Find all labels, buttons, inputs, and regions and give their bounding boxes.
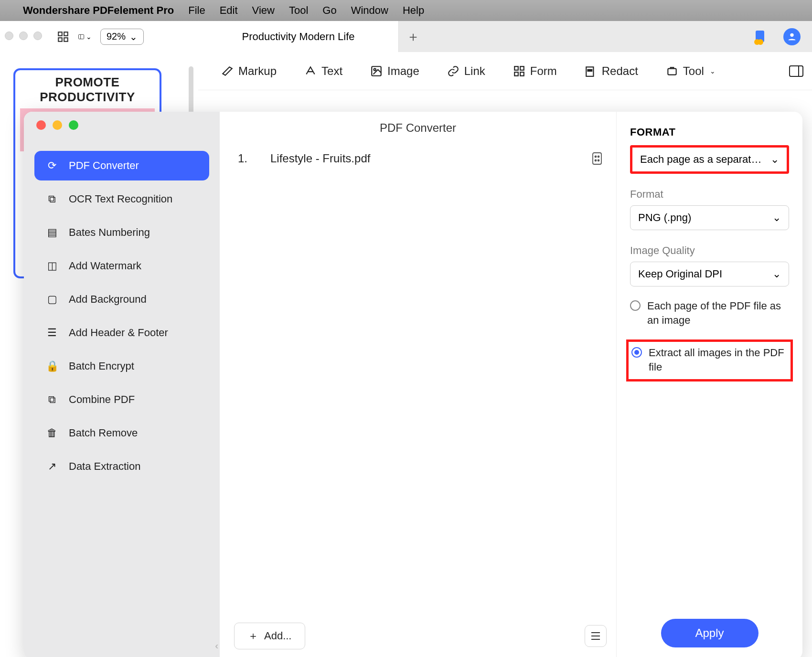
radio-extract-images[interactable]: Extract all images in the PDF file xyxy=(626,339,793,381)
chevron-down-icon: ⌄ xyxy=(770,153,779,166)
svg-rect-0 xyxy=(58,32,62,36)
svg-rect-13 xyxy=(520,66,524,70)
list-options-button[interactable] xyxy=(585,625,607,647)
format-heading: FORMAT xyxy=(630,126,789,138)
svg-rect-25 xyxy=(593,153,601,164)
account-avatar[interactable] xyxy=(783,28,801,45)
svg-point-29 xyxy=(598,160,599,161)
format-label: Format xyxy=(630,188,789,201)
sidebar-item-background[interactable]: ▢Add Background xyxy=(34,285,209,314)
menu-file[interactable]: File xyxy=(188,4,205,17)
svg-point-28 xyxy=(595,160,597,161)
sidebar-item-watermark[interactable]: ◫Add Watermark xyxy=(34,251,209,281)
app-name[interactable]: Wondershare PDFelement Pro xyxy=(23,4,174,17)
radio-each-page[interactable]: Each page of the PDF file as an image xyxy=(630,299,789,327)
menu-tool[interactable]: Tool xyxy=(289,4,308,17)
radio-icon xyxy=(630,300,641,311)
zoom-select[interactable]: 92% ⌄ xyxy=(100,29,144,45)
chevron-down-icon: ⌄ xyxy=(129,31,138,42)
grid-view-icon[interactable] xyxy=(56,30,70,43)
pdf-converter-dialog: ⟳PDF Converter ⧉OCR Text Recognition ▤Ba… xyxy=(24,112,802,657)
sidebar-item-ocr[interactable]: ⧉OCR Text Recognition xyxy=(34,184,209,214)
apply-button[interactable]: Apply xyxy=(661,619,758,647)
sidebar-item-combine[interactable]: ⧉Combine PDF xyxy=(34,385,209,414)
header-footer-icon: ☰ xyxy=(46,327,58,339)
svg-rect-19 xyxy=(790,66,803,76)
close-icon[interactable] xyxy=(36,120,46,130)
svg-rect-1 xyxy=(64,32,68,36)
menu-edit[interactable]: Edit xyxy=(220,4,238,17)
dialog-sidebar: ⟳PDF Converter ⧉OCR Text Recognition ▤Ba… xyxy=(24,112,220,657)
document-tabs: Productivity Modern Life ＋ xyxy=(198,21,812,52)
ribbon-form[interactable]: Form xyxy=(513,64,557,78)
sidebar-item-header-footer[interactable]: ☰Add Header & Footer xyxy=(34,318,209,348)
panel-toggle-icon[interactable] xyxy=(789,65,803,77)
sidebar-item-encrypt[interactable]: 🔒Batch Encrypt xyxy=(34,351,209,381)
file-index: 1. xyxy=(233,152,247,165)
ribbon-tool[interactable]: Tool⌄ xyxy=(666,64,716,78)
bates-icon: ▤ xyxy=(46,226,58,239)
menu-window[interactable]: Window xyxy=(351,4,388,17)
background-icon: ▢ xyxy=(46,293,58,306)
zoom-icon[interactable] xyxy=(69,120,78,130)
svg-point-8 xyxy=(758,39,763,45)
file-row[interactable]: 1. Lifestyle - Fruits.pdf xyxy=(233,152,603,165)
dialog-bottom-bar: ＋Add... xyxy=(234,623,607,649)
refresh-icon: ⟳ xyxy=(46,159,58,172)
svg-rect-4 xyxy=(78,34,84,39)
radio-checked-icon xyxy=(631,347,642,358)
menu-view[interactable]: View xyxy=(252,4,275,17)
file-name: Lifestyle - Fruits.pdf xyxy=(270,152,370,165)
lock-icon: 🔒 xyxy=(46,360,58,372)
svg-rect-3 xyxy=(64,38,68,42)
sidebar-collapse-icon[interactable]: ‹‹ xyxy=(215,640,215,651)
ribbon-markup[interactable]: Markup xyxy=(221,64,277,78)
format-select[interactable]: PNG (.png) ⌄ xyxy=(630,205,789,230)
sidebar-item-batch-remove[interactable]: 🗑Batch Remove xyxy=(34,418,209,448)
ribbon-redact[interactable]: Redact xyxy=(585,64,638,78)
minimize-icon[interactable] xyxy=(53,120,62,130)
tab-active[interactable]: Productivity Modern Life xyxy=(198,21,399,52)
plus-icon: ＋ xyxy=(248,629,258,643)
menu-help[interactable]: Help xyxy=(403,4,424,17)
chevron-down-icon: ⌄ xyxy=(772,212,781,224)
quality-select[interactable]: Keep Original DPI ⌄ xyxy=(630,262,789,286)
svg-rect-15 xyxy=(520,72,524,76)
svg-rect-2 xyxy=(58,38,62,42)
ribbon: Markup Text Image Link Form Redact Tool⌄ xyxy=(198,52,812,90)
svg-point-11 xyxy=(374,68,376,70)
svg-rect-17 xyxy=(588,69,592,71)
quality-label: Image Quality xyxy=(630,244,789,257)
svg-point-9 xyxy=(790,33,793,36)
svg-rect-18 xyxy=(668,68,676,74)
page-mode-select[interactable]: Each page as a separat… ⌄ xyxy=(630,145,789,174)
extract-icon: ↗ xyxy=(46,460,58,473)
thumbnail-banner: PROMOTE PRODUCTIVITY xyxy=(20,75,155,105)
format-panel: FORMAT Each page as a separat… ⌄ Format … xyxy=(616,112,802,657)
trash-icon: 🗑 xyxy=(46,427,58,439)
dialog-title: PDF Converter xyxy=(220,121,616,135)
sidebar-item-pdf-converter[interactable]: ⟳PDF Converter xyxy=(34,151,209,180)
zoom-value: 92% xyxy=(107,31,126,42)
ribbon-text[interactable]: Text xyxy=(304,64,342,78)
compare-icon[interactable] xyxy=(753,29,769,45)
menu-go[interactable]: Go xyxy=(322,4,336,17)
combine-icon: ⧉ xyxy=(46,393,58,406)
chevron-down-icon: ⌄ xyxy=(710,67,716,75)
svg-point-27 xyxy=(598,156,599,158)
page-range-icon[interactable] xyxy=(591,152,603,165)
sidebar-item-bates[interactable]: ▤Bates Numbering xyxy=(34,218,209,247)
sidebar-toggle-icon[interactable]: ⌄ xyxy=(78,30,92,43)
ocr-icon: ⧉ xyxy=(46,193,58,205)
tab-add[interactable]: ＋ xyxy=(399,21,427,52)
chevron-down-icon: ⌄ xyxy=(772,268,781,280)
add-button[interactable]: ＋Add... xyxy=(234,623,305,649)
sidebar-item-data-extraction[interactable]: ↗Data Extraction xyxy=(34,452,209,481)
svg-rect-14 xyxy=(514,72,518,76)
watermark-icon: ◫ xyxy=(46,260,58,272)
window-traffic-disabled xyxy=(5,32,48,42)
dialog-traffic-lights[interactable] xyxy=(24,120,220,130)
svg-rect-12 xyxy=(514,66,518,70)
ribbon-link[interactable]: Link xyxy=(447,64,485,78)
ribbon-image[interactable]: Image xyxy=(370,64,419,78)
